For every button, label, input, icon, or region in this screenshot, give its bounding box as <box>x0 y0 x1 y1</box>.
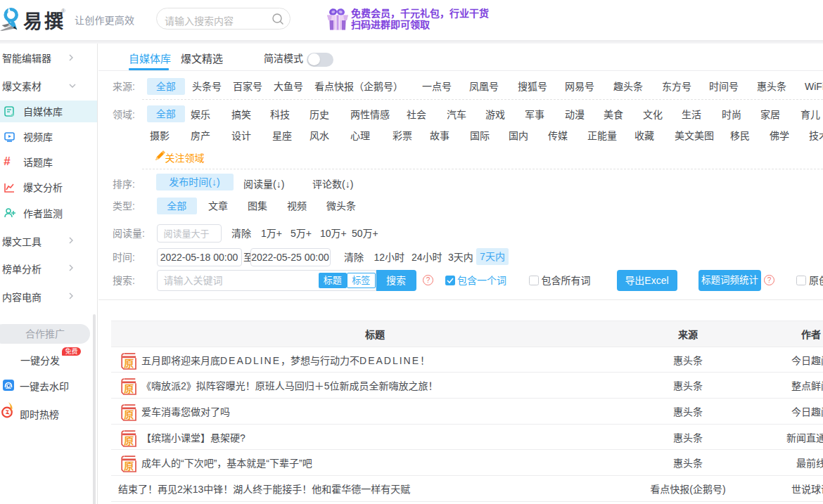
svg-text:原: 原 <box>124 409 134 420</box>
svg-text:原: 原 <box>124 383 134 394</box>
svg-text:原: 原 <box>124 358 134 369</box>
svg-text:原: 原 <box>124 460 134 472</box>
svg-text:原: 原 <box>124 435 134 446</box>
